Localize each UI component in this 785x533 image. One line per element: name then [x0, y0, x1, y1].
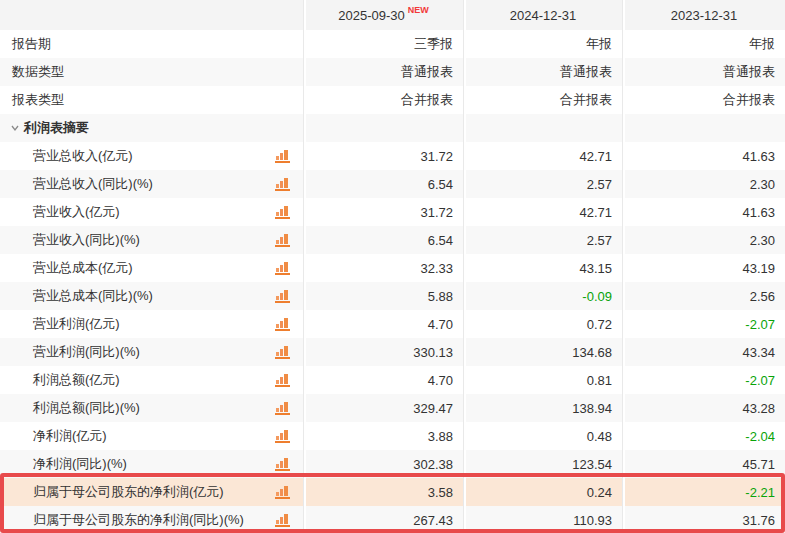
- metric-label: 营业收入(亿元): [33, 203, 120, 221]
- bar-chart-icon[interactable]: [275, 457, 291, 471]
- value-cell: 4.70: [303, 366, 463, 394]
- value-cell: [622, 114, 785, 142]
- bar-chart-icon[interactable]: [275, 317, 291, 331]
- value-cell: 普通报表: [303, 58, 463, 86]
- metric-label: 营业总成本(同比)(%): [33, 287, 153, 305]
- row-label-cell: 净利润(同比)(%): [0, 450, 303, 478]
- value-cell: 2.57: [463, 226, 622, 254]
- value-cell: 年报: [463, 30, 622, 58]
- section-row: 利润表摘要: [0, 114, 785, 142]
- table-row: 营业利润(同比)(%)330.13134.6843.34: [0, 338, 785, 366]
- table-row: 报表类型合并报表合并报表合并报表: [0, 86, 785, 114]
- bar-chart-icon[interactable]: [275, 233, 291, 247]
- value-cell: -0.09: [463, 282, 622, 310]
- row-label-cell: 营业总成本(亿元): [0, 254, 303, 282]
- bar-chart-icon[interactable]: [275, 485, 291, 499]
- header-date-1: 2025-09-30: [338, 8, 405, 23]
- value-cell: 138.94: [463, 394, 622, 422]
- new-badge: NEW: [408, 5, 429, 15]
- value-cell: 年报: [622, 30, 785, 58]
- metric-label: 营业利润(同比)(%): [33, 343, 140, 361]
- value-cell: 45.71: [622, 450, 785, 478]
- row-label-cell: 营业收入(亿元): [0, 198, 303, 226]
- chevron-down-icon[interactable]: [10, 123, 20, 133]
- table-row: 营业收入(亿元)31.7242.7141.63: [0, 198, 785, 226]
- financial-report-table: 2025-09-30NEW 2024-12-31 2023-12-31 报告期三…: [0, 0, 785, 533]
- table-row: 数据类型普通报表普通报表普通报表: [0, 58, 785, 86]
- value-cell: 0.24: [463, 478, 622, 506]
- value-cell: [463, 114, 622, 142]
- value-cell: 3.58: [303, 478, 463, 506]
- header-empty-cell: [0, 0, 303, 30]
- value-cell: 0.72: [463, 310, 622, 338]
- value-cell: 4.70: [303, 310, 463, 338]
- row-label-cell: 营业利润(亿元): [0, 310, 303, 338]
- metric-label: 营业总收入(同比)(%): [33, 175, 153, 193]
- value-cell: -2.07: [622, 366, 785, 394]
- bar-chart-icon[interactable]: [275, 149, 291, 163]
- value-cell: 42.71: [463, 198, 622, 226]
- value-cell: 302.38: [303, 450, 463, 478]
- row-label-cell: 营业总收入(亿元): [0, 142, 303, 170]
- value-cell: 41.63: [622, 142, 785, 170]
- bar-chart-icon[interactable]: [275, 345, 291, 359]
- metric-label: 营业收入(同比)(%): [33, 231, 140, 249]
- metric-label: 营业总成本(亿元): [33, 259, 133, 277]
- row-label-cell: 利润总额(亿元): [0, 366, 303, 394]
- value-cell: 合并报表: [463, 86, 622, 114]
- value-cell: 2.30: [622, 170, 785, 198]
- value-cell: 43.34: [622, 338, 785, 366]
- table-row: 营业利润(亿元)4.700.72-2.07: [0, 310, 785, 338]
- row-label: 数据类型: [0, 58, 303, 86]
- table-row: 净利润(亿元)3.880.48-2.04: [0, 422, 785, 450]
- row-label-cell: 归属于母公司股东的净利润(亿元): [0, 478, 303, 506]
- table-row: 利润总额(亿元)4.700.81-2.07: [0, 366, 785, 394]
- value-cell: 267.43: [303, 506, 463, 533]
- row-label-cell: 利润总额(同比)(%): [0, 394, 303, 422]
- table-row: 营业总成本(亿元)32.3343.1543.19: [0, 254, 785, 282]
- table-row: 报告期三季报年报年报: [0, 30, 785, 58]
- value-cell: 6.54: [303, 226, 463, 254]
- metric-label: 利润总额(亿元): [33, 371, 120, 389]
- value-cell: 43.15: [463, 254, 622, 282]
- bar-chart-icon[interactable]: [275, 373, 291, 387]
- bar-chart-icon[interactable]: [275, 261, 291, 275]
- value-cell: -2.07: [622, 310, 785, 338]
- value-cell: -2.21: [622, 478, 785, 506]
- metric-label: 利润总额(同比)(%): [33, 399, 140, 417]
- row-label-cell: 营业总成本(同比)(%): [0, 282, 303, 310]
- value-cell: [303, 114, 463, 142]
- bar-chart-icon[interactable]: [275, 289, 291, 303]
- table-header-row: 2025-09-30NEW 2024-12-31 2023-12-31: [0, 0, 785, 30]
- row-label: 报告期: [0, 30, 303, 58]
- section-title: 利润表摘要: [24, 119, 89, 137]
- value-cell: 三季报: [303, 30, 463, 58]
- header-date-3: 2023-12-31: [671, 8, 738, 23]
- metric-label: 净利润(同比)(%): [33, 455, 127, 473]
- value-cell: 32.33: [303, 254, 463, 282]
- value-cell: 2.30: [622, 226, 785, 254]
- value-cell: 42.71: [463, 142, 622, 170]
- value-cell: 3.88: [303, 422, 463, 450]
- metric-label: 净利润(亿元): [33, 427, 107, 445]
- bar-chart-icon[interactable]: [275, 205, 291, 219]
- value-cell: 43.19: [622, 254, 785, 282]
- value-cell: 330.13: [303, 338, 463, 366]
- bar-chart-icon[interactable]: [275, 401, 291, 415]
- bar-chart-icon[interactable]: [275, 513, 291, 527]
- header-col-date-1: 2025-09-30NEW: [303, 0, 463, 30]
- section-toggle[interactable]: 利润表摘要: [0, 114, 303, 142]
- metric-label: 营业总收入(亿元): [33, 147, 133, 165]
- value-cell: 0.48: [463, 422, 622, 450]
- metric-label: 归属于母公司股东的净利润(同比)(%): [33, 511, 244, 529]
- value-cell: 普通报表: [622, 58, 785, 86]
- bar-chart-icon[interactable]: [275, 177, 291, 191]
- row-label-cell: 营业利润(同比)(%): [0, 338, 303, 366]
- table-row: 营业总收入(同比)(%)6.542.572.30: [0, 170, 785, 198]
- value-cell: 31.76: [622, 506, 785, 533]
- bar-chart-icon[interactable]: [275, 429, 291, 443]
- value-cell: 110.93: [463, 506, 622, 533]
- value-cell: 2.56: [622, 282, 785, 310]
- value-cell: 6.54: [303, 170, 463, 198]
- value-cell: 31.72: [303, 198, 463, 226]
